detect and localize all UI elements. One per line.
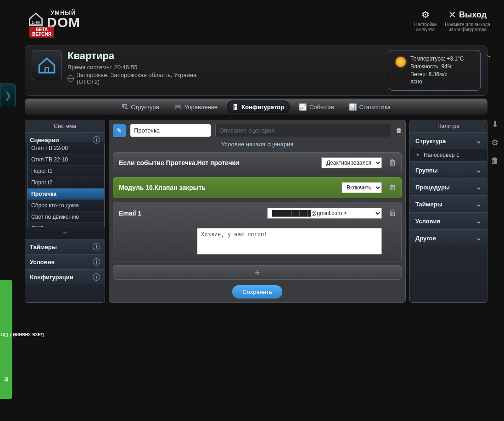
close-icon: ✕ (448, 9, 456, 20)
condition-title: Условие начала сценария (113, 141, 402, 148)
scenario-item[interactable]: Свет по движению (27, 211, 105, 223)
cat-label: Таймеры (30, 244, 57, 250)
trash-icon[interactable]: 🗑 (389, 209, 397, 218)
tab-events[interactable]: 📈События (293, 100, 340, 113)
chart-icon: 📈 (299, 103, 307, 111)
condition-label: Если событие Протечка.Нет протечки (119, 159, 239, 166)
system-cat-timers[interactable]: Таймеры i (25, 239, 105, 254)
tab-stats[interactable]: 📊Статистика (343, 100, 396, 113)
system-cat-configs[interactable]: Конфигурации i (25, 269, 105, 284)
weather-box: Температура: +3.1°C Влажность: 94% Ветер… (389, 50, 481, 91)
tab-label: Управление (185, 104, 218, 111)
palette-cat-other[interactable]: Другое ⌄ (410, 229, 487, 246)
tab-control[interactable]: 🎮Управление (168, 100, 223, 113)
location-title: Квартира (67, 50, 201, 62)
settings-button[interactable]: ⚙ Настройки аккаунта (414, 9, 437, 32)
action-label: Модуль 10.Клапан закрыть (119, 184, 206, 191)
palette-cat-groups[interactable]: Группы ⌄ (410, 161, 487, 178)
exit-button[interactable]: ✕ Выход Нажмите для выхода из конфигурат… (445, 9, 490, 32)
cat-label: Условия (30, 259, 55, 266)
logo-icon: 1-M (28, 11, 44, 27)
trash-icon[interactable]: 🗑 (389, 183, 397, 192)
palette-cat-timers[interactable]: Таймеры ⌄ (410, 195, 487, 212)
chevron-down-icon: ⌄ (476, 234, 482, 242)
svg-text:1-M: 1-M (32, 20, 40, 25)
scenario-item[interactable]: Сброс кто-то дома (27, 200, 105, 211)
sliders-icon: 🎛 (232, 103, 239, 111)
tab-label: Структура (131, 104, 159, 111)
email-body-input[interactable]: Хозяин, у нас потоп! (197, 228, 382, 255)
email-select[interactable]: ██████████@gmail.com > (267, 208, 382, 219)
scenario-item[interactable]: Протечка (27, 188, 105, 200)
cat-label: Процедуры (415, 184, 450, 191)
palette-panel: Палитра Структура ⌄ ✦ Наносервер 1 Групп… (409, 120, 487, 303)
edit-button[interactable]: ✎ (113, 124, 126, 137)
system-panel: Система Сценарии i Откл ТВ 22-00Откл ТВ … (25, 120, 105, 303)
action-row: Модуль 10.Клапан закрыть Включить 🗑 (113, 177, 402, 198)
trash-icon[interactable]: 🗑 (396, 127, 402, 134)
scenario-name-input[interactable] (130, 124, 211, 137)
feedback-label: База знаний / Оставить отзыв (0, 332, 44, 338)
logo: 1-M УМНЫЙ DОМ БЕТА ВЕРСИЯ (28, 9, 80, 38)
cat-label: Сценарии (30, 137, 59, 144)
palette-cat-procedures[interactable]: Процедуры ⌄ (410, 178, 487, 195)
cat-label: Структура (415, 138, 446, 144)
scenario-item[interactable]: Порог t2 (27, 177, 105, 188)
drawer-handle[interactable]: ❯ (0, 83, 16, 107)
add-scenario-button[interactable]: + (25, 227, 105, 239)
palette-title: Палитра (410, 120, 487, 132)
download-icon[interactable]: ⬇ (492, 119, 498, 129)
item-label: Наносервер 1 (424, 152, 459, 158)
weather-temp: Температура: +3.1°C (410, 55, 464, 63)
cat-label: Конфигурации (30, 274, 73, 281)
chevron-down-icon: ⌄ (476, 200, 482, 208)
scenario-item[interactable]: Откл ТВ 22-00 (27, 143, 105, 154)
gamepad-icon: 🎮 (174, 103, 182, 111)
plus-icon: ✦ (415, 152, 420, 158)
cat-label: Другое (415, 235, 436, 242)
palette-item-nanoserver[interactable]: ✦ Наносервер 1 (410, 149, 487, 161)
scenario-item[interactable]: СМС по кнопке (27, 223, 105, 227)
chart-icon: 📊 (349, 103, 357, 111)
add-block-button[interactable]: + (113, 265, 402, 280)
house-tile[interactable] (32, 50, 62, 80)
sun-icon (396, 57, 406, 67)
cat-label: Группы (415, 167, 438, 174)
gear-icon: ⚙ (414, 9, 437, 20)
action-select[interactable]: Включить (342, 182, 382, 193)
feedback-tab[interactable]: 🗎База знаний / Оставить отзыв (0, 280, 12, 399)
beta-badge: БЕТА ВЕРСИЯ (29, 27, 54, 38)
info-icon[interactable]: i (93, 258, 100, 266)
scenario-list: Откл ТВ 22-00Откл ТВ 22-10Порог t1Порог … (25, 142, 105, 227)
chevron-down-icon: ⌄ (476, 137, 482, 144)
save-button[interactable]: Сохранить (232, 285, 282, 299)
info-icon[interactable]: i (93, 243, 100, 250)
scenario-item[interactable]: Откл ТВ 22-10 (27, 154, 105, 166)
tab-structure[interactable]: 🏗Структура (116, 100, 165, 113)
tab-label: События (309, 104, 334, 111)
condition-select[interactable]: Деактивировался (321, 157, 382, 168)
location-text: Запорожье, Запорожская область, Украина … (77, 72, 201, 85)
tab-label: Конфигуратор (241, 104, 284, 111)
system-cat-conditions[interactable]: Условия i (25, 254, 105, 269)
cat-label: Условия (415, 218, 440, 225)
scenario-desc-input[interactable] (215, 124, 391, 137)
email-label: Email 1 (119, 210, 141, 217)
tab-label: Статистика (359, 104, 391, 111)
scenario-item[interactable]: Порог t1 (27, 166, 105, 177)
exit-label: Выход (459, 10, 487, 20)
weather-humidity: Влажность: 94% (410, 63, 464, 71)
gear-icon[interactable]: ⚙ (491, 138, 498, 148)
email-row: Email 1 ██████████@gmail.com > 🗑 Хозяин,… (113, 202, 402, 261)
palette-cat-structure[interactable]: Структура ⌄ (410, 132, 487, 149)
trash-icon[interactable]: 🗑 (491, 156, 499, 166)
tabs-bar: 🏗Структура 🎮Управление 🎛Конфигуратор 📈Со… (25, 99, 487, 115)
info-icon[interactable]: i (93, 273, 100, 281)
header-panel: Квартира Время системы: 20:46:55 Запорож… (25, 45, 487, 96)
trash-icon[interactable]: 🗑 (389, 158, 397, 167)
structure-icon: 🏗 (122, 103, 128, 111)
exit-sub: Нажмите для выхода из конфигуратора (445, 22, 490, 32)
editor-panel: ✎ 🗑 Условие начала сценария Если событие… (109, 120, 406, 303)
palette-cat-conditions[interactable]: Условия ⌄ (410, 212, 487, 229)
tab-config[interactable]: 🎛Конфигуратор (227, 100, 290, 113)
